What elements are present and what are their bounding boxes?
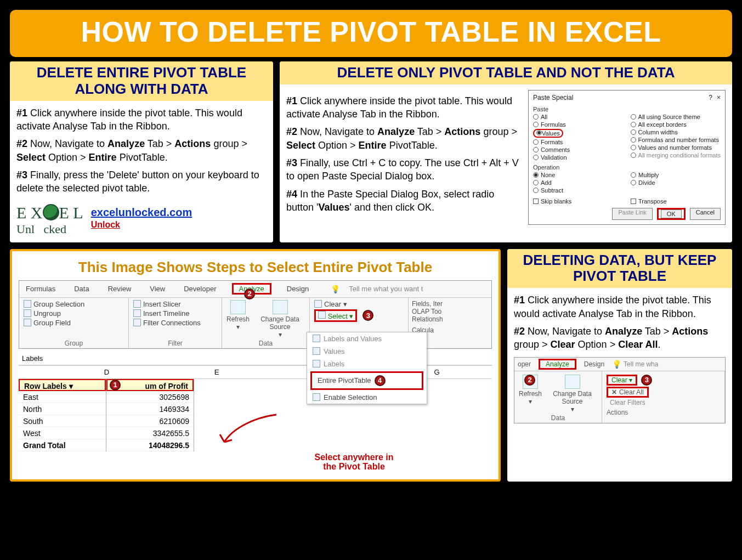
group-selection[interactable]: Group Selection (24, 300, 124, 308)
row-west: West (19, 427, 106, 439)
tab-design[interactable]: Design (584, 360, 604, 368)
val-west: 3342655.5 (106, 427, 194, 439)
groupfield-icon (24, 319, 31, 326)
radio-col-widths[interactable]: Column widths (631, 129, 721, 135)
panel-select-steps: This Image Shows Steps to Select Entire … (10, 249, 501, 482)
badge-2: 2 (524, 375, 535, 386)
pivot-table[interactable]: Row Labels ▾ East North South West Grand… (19, 379, 194, 451)
col-e: E (162, 365, 272, 379)
datasource-icon (565, 375, 580, 389)
olap-tools[interactable]: OLAP Too (412, 308, 449, 315)
globe-icon (43, 204, 59, 220)
values-icon (313, 347, 320, 355)
logo: E XE LUnl cked (16, 202, 83, 235)
radio-ex-borders[interactable]: All except borders (631, 121, 721, 128)
slicer-icon (133, 300, 141, 308)
radio-src-theme[interactable]: All using Source theme (631, 114, 721, 120)
section-heading: DELETING DATA, BUT KEEP PIVOT TABLE (507, 249, 732, 289)
relationships[interactable]: Relationsh (412, 315, 449, 323)
ungroup[interactable]: Ungroup (24, 309, 124, 318)
menu-entire-pivottable[interactable]: Entire PivotTable 4 (310, 371, 423, 390)
insert-timeline[interactable]: Insert Timeline (133, 309, 217, 318)
radio-op-none[interactable]: None (533, 172, 623, 178)
tab-formulas[interactable]: Formulas (22, 284, 59, 294)
tab-view[interactable]: View (146, 284, 168, 294)
tab-data[interactable]: Data (71, 284, 92, 294)
menu-enable-selection[interactable]: Enable Selection (307, 391, 427, 404)
unlock-link[interactable]: Unlock (91, 220, 192, 230)
excel-ribbon: Formulas Data Review View Developer Anal… (19, 280, 492, 349)
radio-op-add[interactable]: Add (533, 179, 623, 186)
radio-values-num[interactable]: Values and number formats (631, 144, 721, 151)
brand-block: E XE LUnl cked excelunlocked.com Unlock (16, 202, 267, 235)
menu-values[interactable]: Values (307, 345, 427, 358)
tab-review[interactable]: Review (105, 284, 135, 294)
clear-dropdown[interactable]: Clear ▾ (607, 375, 637, 386)
paste-special-dialog: Paste Special?× /*fix close icon*/ Paste… (528, 90, 726, 225)
radio-comments[interactable]: Comments (533, 146, 623, 153)
group-label: Data (519, 414, 597, 422)
ok-button[interactable]: OK (661, 210, 682, 218)
fields-items[interactable]: Fields, Iter (412, 300, 449, 308)
insert-slicer[interactable]: Insert Slicer (133, 300, 217, 308)
tell-me[interactable]: 💡Tell me wha (612, 360, 658, 369)
filter-connections[interactable]: Filter Connections (133, 319, 217, 327)
group-label: Filter (133, 340, 217, 347)
row-north: North (19, 403, 106, 415)
radio-formulas-num[interactable]: Formulas and number formats (631, 137, 721, 143)
menu-labels-values[interactable]: Labels and Values (307, 332, 427, 345)
dialog-title: Paste Special (533, 94, 573, 101)
clear-all[interactable]: ✕Clear All (607, 387, 649, 398)
select-dropdown[interactable]: Select ▾ 3 (314, 309, 404, 322)
val-east: 3025698 (106, 391, 194, 403)
group-label: Operation (533, 164, 721, 171)
refresh-button[interactable]: Refresh▾ (226, 300, 250, 331)
check-skip-blanks[interactable]: Skip blanks (533, 198, 623, 205)
group-label: Actions (607, 409, 720, 416)
tab-design[interactable]: Design (284, 284, 312, 294)
group-field[interactable]: Group Field (24, 319, 124, 327)
check-transpose[interactable]: Transpose (631, 198, 721, 205)
radio-op-mul[interactable]: Multiply (631, 172, 721, 178)
step: #4 In the Paste Special Dialog Box, sele… (286, 188, 523, 214)
radio-validation[interactable]: Validation (533, 154, 623, 161)
step: #1 Click anywhere inside the pivot table… (514, 293, 726, 320)
clear-button[interactable]: Clear ▾ (314, 300, 404, 308)
radio-op-sub[interactable]: Subtract (533, 187, 623, 194)
badge-2: 2 (244, 289, 255, 299)
panel-keep-pivot: DELETING DATA, BUT KEEP PIVOT TABLE #1 C… (507, 249, 732, 482)
connections-icon (133, 319, 141, 326)
tell-me[interactable]: 💡Tell me what you want t (324, 282, 429, 296)
radio-formulas[interactable]: Formulas (533, 121, 623, 128)
cancel-button[interactable]: Cancel (690, 208, 721, 220)
tab-analyze[interactable]: Analyze (539, 359, 576, 370)
menu-labels[interactable]: Labels (307, 358, 427, 370)
step: #3 Finally, use Ctrl + C to copy. The us… (286, 156, 523, 183)
group-label: Paste (533, 106, 721, 112)
radio-op-div[interactable]: Divide (631, 179, 721, 186)
row-labels-head: Row Labels ▾ (19, 379, 106, 391)
change-data-source[interactable]: Change Data Source▾ (547, 375, 597, 413)
tab-developer[interactable]: Developer (180, 284, 219, 294)
radio-values[interactable]: Values (533, 129, 623, 138)
step: #1 Click anywhere inside the pivot table… (16, 106, 267, 133)
group-label: Group (24, 340, 124, 347)
step: #2 Now, Navigate to Analyze Tab > Action… (514, 325, 726, 352)
badge-4: 4 (375, 375, 386, 386)
brand-url[interactable]: excelunlocked.com (91, 206, 192, 219)
help-icon[interactable]: ? (709, 94, 712, 101)
select-icon (318, 311, 326, 319)
radio-all[interactable]: All (533, 114, 623, 120)
row-south: South (19, 415, 106, 427)
ungroup-icon (24, 309, 31, 317)
badge-1: 1 (110, 380, 121, 391)
arrow-icon (216, 412, 282, 450)
x-icon: ✕ (611, 388, 617, 396)
refresh-icon (230, 300, 246, 314)
radio-formats[interactable]: Formats (533, 139, 623, 145)
enable-icon (313, 393, 320, 401)
close-icon[interactable]: × (717, 94, 721, 101)
clear-filters[interactable]: Clear Filters (607, 398, 720, 408)
change-data-source[interactable]: Change Data Source▾ (255, 300, 305, 338)
row-east: East (19, 391, 106, 403)
